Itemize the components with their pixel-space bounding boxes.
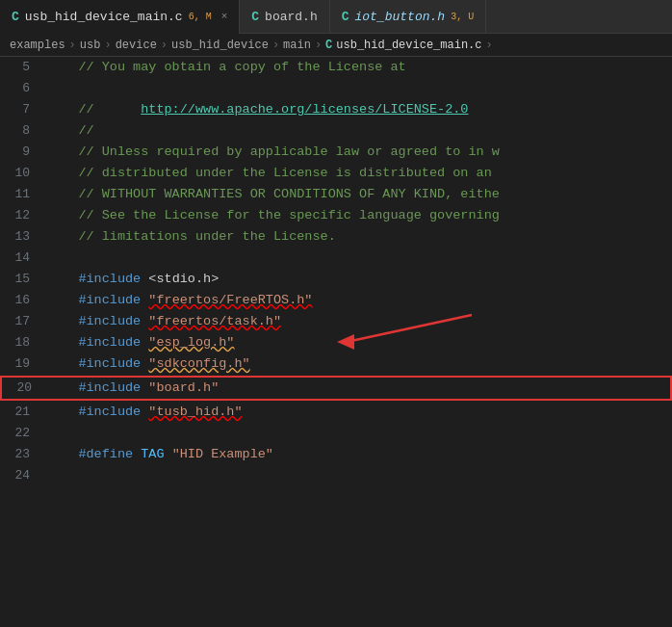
line-content-16: #include "freertos/FreeRTOS.h"	[43, 290, 312, 311]
line-content-21: #include "tusb_hid.h"	[43, 402, 243, 423]
line-number-24: 24	[0, 465, 43, 486]
tab-close-1[interactable]: ×	[221, 11, 228, 22]
line-content-13: // limitations under the License.	[43, 226, 336, 248]
tab-label-2: board.h	[265, 10, 318, 24]
line-number-11: 11	[0, 184, 43, 205]
tab-badge-1: 6, M	[189, 12, 212, 22]
license-url: http://www.apache.org/licenses/LICENSE-2…	[141, 102, 468, 117]
line-content-12: // See the License for the specific lang…	[43, 205, 500, 226]
line-number-21: 21	[0, 402, 43, 423]
line-number-6: 6	[0, 78, 43, 99]
line-number-23: 23	[0, 444, 43, 465]
code-line-9: 9 // Unless required by applicable law o…	[0, 142, 672, 163]
breadcrumb-main: main	[283, 39, 311, 52]
code-line-21: 21 #include "tusb_hid.h"	[0, 402, 672, 423]
line-content-20: #include "board.h"	[45, 378, 219, 399]
code-line-7: 7 // http://www.apache.org/licenses/LICE…	[0, 99, 672, 120]
line-content-15: #include <stdio.h>	[43, 269, 219, 290]
line-number-5: 5	[0, 57, 43, 78]
line-content-17: #include "freertos/task.h"	[43, 311, 281, 332]
breadcrumb-examples: examples	[10, 39, 65, 52]
breadcrumb-usb-hid-device: usb_hid_device	[171, 39, 269, 52]
line-content-11: // WITHOUT WARRANTIES OR CONDITIONS OF A…	[43, 184, 500, 205]
line-content-9: // Unless required by applicable law or …	[43, 142, 500, 163]
breadcrumb-c-icon: C	[325, 39, 332, 52]
tab-c-icon-2: C	[251, 10, 259, 24]
tab-board-h[interactable]: C board.h	[240, 0, 329, 34]
line-content-8: //	[43, 120, 94, 142]
breadcrumb-usb: usb	[80, 39, 101, 52]
tab-c-icon-1: C	[12, 10, 19, 24]
code-line-24: 24	[0, 465, 672, 486]
code-line-14: 14	[0, 248, 672, 269]
line-content-10: // distributed under the License is dist…	[43, 163, 492, 184]
line-content-24	[43, 465, 55, 486]
line-number-18: 18	[0, 332, 43, 353]
breadcrumb: examples › usb › device › usb_hid_device…	[0, 34, 672, 57]
line-number-8: 8	[0, 120, 43, 142]
code-line-23: 23 #define TAG "HID Example"	[0, 444, 672, 465]
line-content-19: #include "sdkconfig.h"	[43, 353, 250, 375]
line-content-23: #define TAG "HID Example"	[43, 444, 273, 465]
code-line-19: 19 #include "sdkconfig.h"	[0, 353, 672, 375]
line-content-18: #include "esp_log.h"	[43, 332, 234, 353]
line-number-15: 15	[0, 269, 43, 290]
code-line-11: 11 // WITHOUT WARRANTIES OR CONDITIONS O…	[0, 184, 672, 205]
tab-label-1: usb_hid_device_main.c	[25, 10, 183, 24]
line-number-22: 22	[0, 423, 43, 444]
line-content-5: // You may obtain a copy of the License …	[43, 57, 406, 78]
tab-label-3: iot_button.h	[355, 10, 446, 24]
code-area: 5 // You may obtain a copy of the Licens…	[0, 57, 672, 627]
line-content-7: // http://www.apache.org/licenses/LICENS…	[43, 99, 468, 120]
code-line-10: 10 // distributed under the License is d…	[0, 163, 672, 184]
code-line-5: 5 // You may obtain a copy of the Licens…	[0, 57, 672, 78]
line-number-14: 14	[0, 248, 43, 269]
line-number-19: 19	[0, 353, 43, 375]
code-line-15: 15 #include <stdio.h>	[0, 269, 672, 290]
line-content-6	[43, 78, 55, 99]
tab-c-icon-3: C	[342, 10, 349, 24]
line-number-9: 9	[0, 142, 43, 163]
line-number-20: 20	[2, 378, 45, 399]
line-number-10: 10	[0, 163, 43, 184]
tab-bar: C usb_hid_device_main.c 6, M × C board.h…	[0, 0, 672, 34]
line-number-13: 13	[0, 226, 43, 248]
line-number-16: 16	[0, 290, 43, 311]
tab-iot-button-h[interactable]: C iot_button.h 3, U	[330, 0, 486, 34]
line-content-14	[43, 248, 55, 269]
code-line-22: 22	[0, 423, 672, 444]
breadcrumb-current-file: usb_hid_device_main.c	[336, 39, 481, 52]
tab-usb-hid-main[interactable]: C usb_hid_device_main.c 6, M ×	[0, 0, 240, 34]
code-line-20: 20 #include "board.h"	[0, 376, 672, 401]
code-line-18: 18 #include "esp_log.h"	[0, 332, 672, 353]
code-line-6: 6	[0, 78, 672, 99]
line-content-22	[43, 423, 55, 444]
line-number-12: 12	[0, 205, 43, 226]
code-line-8: 8 //	[0, 120, 672, 142]
code-line-13: 13 // limitations under the License.	[0, 226, 672, 248]
line-number-17: 17	[0, 311, 43, 332]
code-line-16: 16 #include "freertos/FreeRTOS.h"	[0, 290, 672, 311]
tab-badge-3: 3, U	[451, 12, 474, 22]
breadcrumb-device: device	[116, 39, 157, 52]
code-line-17: 17 #include "freertos/task.h"	[0, 311, 672, 332]
line-number-7: 7	[0, 99, 43, 120]
code-line-12: 12 // See the License for the specific l…	[0, 205, 672, 226]
